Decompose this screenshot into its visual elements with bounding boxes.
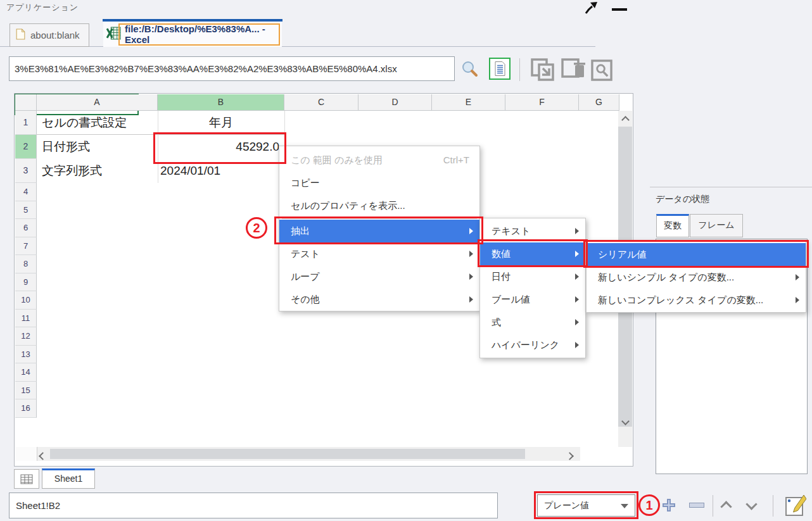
- scroll-right-arrow[interactable]: [567, 450, 573, 461]
- row-header-16[interactable]: 16: [15, 399, 37, 418]
- restore-window-icon[interactable]: [584, 1, 599, 15]
- row-header-1[interactable]: 1: [15, 111, 37, 135]
- menu-item-date[interactable]: 日付: [480, 265, 585, 288]
- delete-trash-icon: [561, 58, 587, 82]
- remove-button[interactable]: [689, 503, 704, 508]
- cell-a3[interactable]: 文字列形式: [42, 159, 102, 183]
- move-down-button[interactable]: [747, 499, 756, 511]
- row-header-6[interactable]: 6: [15, 219, 37, 237]
- tab-about-blank[interactable]: about:blank: [10, 23, 89, 47]
- menu-item-boolean[interactable]: ブール値: [480, 288, 585, 311]
- menu-item-formula[interactable]: 式: [480, 311, 585, 334]
- menu-item-other[interactable]: その他: [279, 288, 479, 311]
- submenu-arrow-icon: [575, 273, 579, 280]
- row-header-3[interactable]: 3: [15, 159, 37, 183]
- row-header-13[interactable]: 13: [15, 346, 37, 363]
- table-grid-icon: [20, 474, 33, 484]
- sheet-list-button[interactable]: [14, 469, 39, 489]
- submenu-arrow-icon: [575, 228, 579, 234]
- scroll-down-arrow[interactable]: [623, 415, 628, 427]
- scroll-left-arrow[interactable]: [40, 450, 46, 461]
- annotation-box-extract: [274, 217, 483, 244]
- scroll-up-arrow[interactable]: [623, 114, 628, 125]
- submenu-arrow-icon: [575, 342, 579, 348]
- row-header-5[interactable]: 5: [15, 201, 37, 219]
- search-icon: [460, 59, 479, 79]
- annotation-box-serial-value: [583, 240, 809, 268]
- step-1-marker: 1: [638, 494, 660, 516]
- column-header-b[interactable]: B: [158, 94, 284, 111]
- sheet-tab-sheet1[interactable]: Sheet1: [42, 468, 95, 489]
- submenu-arrow-icon: [469, 273, 473, 280]
- tab-about-blank-label: about:blank: [30, 30, 80, 41]
- toolbar-separator: [773, 495, 773, 517]
- column-header-g[interactable]: G: [579, 94, 619, 111]
- cell-b1[interactable]: 年月: [158, 111, 284, 135]
- toolbar-separator: [519, 58, 520, 81]
- column-header-c[interactable]: C: [284, 94, 358, 111]
- menu-item-show-cell-properties[interactable]: セルのプロパティを表示...: [279, 194, 479, 217]
- column-header-d[interactable]: D: [358, 94, 432, 111]
- minimize-button[interactable]: [612, 8, 627, 11]
- row-header-8[interactable]: 8: [15, 255, 37, 273]
- row-header-15[interactable]: 15: [15, 382, 37, 399]
- move-up-button[interactable]: [722, 502, 730, 513]
- menu-item-hyperlink[interactable]: ハイパーリンク: [480, 334, 585, 356]
- row-header-7[interactable]: 7: [15, 237, 37, 255]
- row-header-4[interactable]: 4: [15, 183, 37, 201]
- column-header-e[interactable]: E: [432, 94, 505, 111]
- menu-item-loop[interactable]: ループ: [279, 265, 479, 288]
- delete-element-button[interactable]: [560, 57, 588, 82]
- submenu-arrow-icon: [469, 251, 473, 257]
- window-title: アプリケーション: [6, 2, 79, 13]
- row-header-9[interactable]: 9: [15, 273, 37, 291]
- menu-item-copy[interactable]: コピー: [279, 172, 479, 194]
- row-header-12[interactable]: 12: [15, 327, 37, 346]
- horizontal-scrollbar-thumb[interactable]: [50, 449, 525, 459]
- submenu-arrow-icon: [796, 297, 799, 303]
- edit-variable-button[interactable]: [784, 493, 807, 518]
- tab-strip-divider: [0, 46, 595, 47]
- document-lines-icon: [492, 60, 507, 77]
- column-header-f[interactable]: F: [505, 94, 579, 111]
- add-button[interactable]: [660, 496, 678, 514]
- annotation-box-cell-b2: [153, 132, 286, 164]
- cell-reference-input[interactable]: Sheet1!B2: [9, 493, 498, 518]
- column-header-a[interactable]: A: [37, 94, 158, 111]
- menu-item-new-complex-type-variable[interactable]: 新しいコンプレックス タイプの変数...: [587, 289, 806, 311]
- element-properties-button[interactable]: [489, 58, 511, 80]
- data-panel-title: データの状態: [656, 194, 709, 205]
- row-header-14[interactable]: 14: [15, 363, 37, 382]
- tab-variables[interactable]: 変数: [656, 214, 689, 237]
- replace-element-button[interactable]: [530, 57, 557, 82]
- row-header-10[interactable]: 10: [15, 291, 37, 310]
- menu-item-test[interactable]: テスト: [279, 242, 479, 265]
- preview-element-button[interactable]: [589, 58, 614, 81]
- tab-excel-file[interactable]: file:/B:/Desktop/%E3%83%A... - Excel: [103, 22, 282, 47]
- address-input[interactable]: 3%E3%81%AE%E3%82%B7%E3%83%AA%E3%82%A2%E3…: [9, 56, 455, 81]
- scrollbar-corner: [15, 447, 37, 461]
- shortcut-label: Ctrl+T: [443, 149, 469, 172]
- submenu-arrow-icon: [575, 319, 579, 325]
- notepad-pencil-icon: [785, 494, 806, 518]
- annotation-box-number: [478, 239, 588, 267]
- row-header-11[interactable]: 11: [15, 310, 37, 327]
- submenu-arrow-icon: [575, 296, 579, 303]
- search-button[interactable]: [459, 58, 480, 80]
- step-2-marker: 2: [246, 217, 267, 239]
- submenu-arrow-icon: [796, 274, 799, 280]
- tab-frames[interactable]: フレーム: [690, 214, 743, 237]
- submenu-arrow-icon: [469, 296, 473, 303]
- preview-magnifier-icon: [590, 59, 614, 81]
- replace-pages-icon: [530, 58, 557, 82]
- menu-item-use-range-only[interactable]: この 範囲 のみを使用 Ctrl+T: [279, 149, 479, 172]
- toolbar-separator: [713, 495, 713, 517]
- menu-item-new-simple-type-variable[interactable]: 新しいシンプル タイプの変数...: [587, 266, 806, 289]
- row-header-2[interactable]: 2: [15, 135, 37, 159]
- tab-excel-file-label: file:/B:/Desktop/%E3%83%A... - Excel: [125, 23, 282, 45]
- page-icon: [16, 28, 25, 42]
- select-all-corner[interactable]: [15, 94, 37, 111]
- panel-divider: [650, 187, 812, 187]
- cell-a2[interactable]: 日付形式: [42, 135, 90, 159]
- cell-a1[interactable]: セルの書式設定: [42, 111, 127, 135]
